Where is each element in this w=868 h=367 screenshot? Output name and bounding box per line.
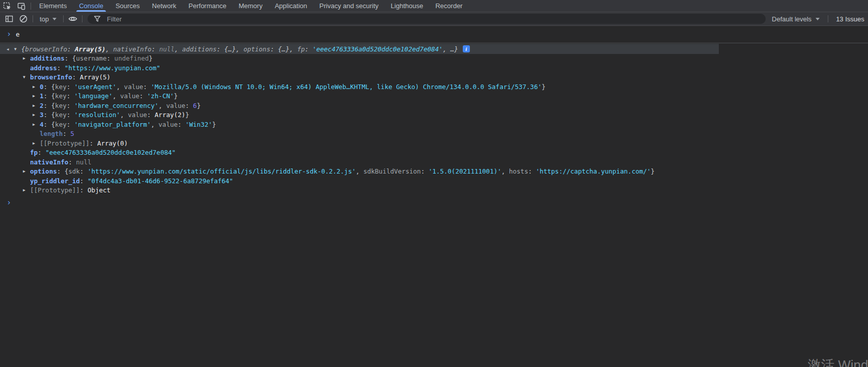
- tab-console[interactable]: Console: [73, 0, 109, 12]
- preview-key: value: [120, 92, 139, 100]
- property-name: options: [30, 167, 57, 175]
- create-live-expression-button[interactable]: [66, 14, 80, 24]
- preview-key: additions: [182, 45, 217, 53]
- string-value: 'userAgent': [74, 83, 117, 91]
- punctuation: }: [149, 54, 153, 62]
- punctuation: : {: [44, 83, 55, 91]
- punctuation: :: [143, 83, 151, 91]
- punctuation: :: [68, 158, 76, 166]
- toggle-device-toolbar-button[interactable]: [14, 0, 29, 12]
- console-tree-row: ▶options: {sdk: 'https://www.yunpian.com…: [0, 167, 868, 177]
- devtools-tab-bar: ElementsConsoleSourcesNetworkPerformance…: [0, 0, 868, 12]
- preview-key: key: [55, 83, 67, 91]
- punctuation: }: [542, 83, 546, 91]
- console-tree-row: ▶[[Prototype]]: Array(0): [0, 139, 868, 149]
- preview-key: key: [55, 102, 67, 109]
- punctuation: :: [65, 54, 72, 62]
- disclosure-triangle-icon[interactable]: ▶: [33, 110, 40, 120]
- console-tree-row: ▶2: {key: 'hardware_concurrency', value:…: [0, 101, 868, 111]
- punctuation: {…}: [278, 45, 290, 53]
- show-console-sidebar-button[interactable]: [2, 14, 16, 24]
- tab-sources[interactable]: Sources: [109, 0, 146, 12]
- preview-key: browserInfo: [25, 45, 67, 53]
- punctuation: :: [528, 167, 536, 175]
- filter-funnel-icon: [93, 15, 101, 23]
- object-reference: Array(0): [97, 139, 128, 147]
- disclosure-triangle-icon[interactable]: ▼: [14, 47, 21, 51]
- disclosure-triangle-icon[interactable]: ▶: [33, 82, 40, 92]
- tab-memory[interactable]: Memory: [233, 0, 269, 12]
- disclosure-triangle-icon[interactable]: ▶: [33, 92, 40, 101]
- tab-elements[interactable]: Elements: [33, 0, 73, 12]
- punctuation: :: [67, 45, 75, 53]
- device-toolbar-icon: [16, 1, 26, 11]
- divider: [63, 15, 64, 22]
- null-or-undefined-value: null: [76, 158, 91, 166]
- javascript-context-selector[interactable]: top: [35, 15, 61, 23]
- punctuation: ,: [120, 111, 128, 119]
- punctuation: :: [178, 121, 185, 128]
- number-value: 5: [70, 130, 74, 137]
- filter-input[interactable]: [106, 15, 760, 23]
- disclosure-triangle-icon[interactable]: ▶: [23, 186, 30, 195]
- info-icon[interactable]: i: [463, 45, 470, 52]
- property-name: 0: [40, 83, 44, 91]
- preview-key: hosts: [509, 167, 528, 175]
- punctuation: :: [305, 45, 313, 53]
- disclosure-triangle-icon[interactable]: ▶: [23, 167, 30, 177]
- property-name: browserInfo: [30, 73, 72, 81]
- property-name: nativeInfo: [30, 158, 68, 166]
- punctuation: ,: [236, 45, 243, 53]
- disclosure-triangle-icon[interactable]: ▶: [33, 101, 40, 111]
- log-levels-dropdown[interactable]: Default levels: [766, 15, 826, 23]
- preview-key: value: [158, 121, 178, 128]
- punctuation: : {: [57, 167, 69, 175]
- chevron-down-icon: [52, 18, 57, 20]
- issues-counter[interactable]: 13 Issues: [830, 15, 864, 23]
- tab-performance[interactable]: Performance: [182, 0, 232, 12]
- console-messages-area: › e ◂ ▼ {browserInfo: Array(5), nativeIn…: [0, 26, 868, 208]
- sidebar-panel-icon: [4, 14, 14, 24]
- object-reference: Array(5): [75, 45, 105, 53]
- tab-privacy-and-security[interactable]: Privacy and security: [313, 0, 384, 12]
- punctuation: :: [63, 130, 70, 137]
- disclosure-triangle-icon[interactable]: ▶: [33, 120, 40, 130]
- punctuation: ,: [151, 121, 158, 128]
- tab-recorder[interactable]: Recorder: [429, 0, 468, 12]
- preview-key: options: [243, 45, 270, 53]
- string-value: 'Win32': [185, 121, 212, 128]
- string-value: 'https://www.yunpian.com/static/official…: [88, 167, 356, 175]
- disclosure-triangle-icon[interactable]: ▶: [33, 139, 40, 149]
- console-result-row[interactable]: ◂ ▼ {browserInfo: Array(5), nativeInfo: …: [0, 44, 719, 54]
- inspect-element-button[interactable]: [0, 0, 14, 12]
- punctuation: :: [67, 92, 74, 100]
- object-preview: {browserInfo: Array(5), nativeInfo: null…: [21, 45, 458, 53]
- console-prompt-chevron-icon: ›: [7, 198, 11, 207]
- punctuation: {…}: [225, 45, 236, 53]
- console-tree-row: ▶[[Prototype]]: Object: [0, 186, 868, 195]
- punctuation: :: [139, 92, 147, 100]
- tab-network[interactable]: Network: [146, 0, 183, 12]
- preview-key: value: [166, 102, 185, 109]
- eye-icon: [67, 14, 78, 24]
- preview-key: sdkBuildVersion: [363, 167, 421, 175]
- punctuation: ,: [158, 102, 166, 109]
- disclosure-triangle-icon[interactable]: ▶: [23, 54, 30, 64]
- punctuation: }: [185, 111, 189, 119]
- punctuation: :: [185, 102, 193, 109]
- punctuation: ,: [356, 167, 363, 175]
- disclosure-triangle-icon[interactable]: ▼: [23, 73, 30, 82]
- console-tree-row: yp_riddler_id: "0f4dc4a3-db01-46d6-9522-…: [0, 177, 868, 186]
- preview-key: nativeInfo: [113, 45, 151, 53]
- console-filter-box[interactable]: [88, 14, 766, 24]
- console-prompt-row[interactable]: ›: [0, 199, 868, 208]
- string-value: 'language': [74, 92, 113, 100]
- clear-console-button[interactable]: [16, 14, 31, 24]
- divider: [828, 15, 828, 22]
- tab-application[interactable]: Application: [269, 0, 314, 12]
- tab-lighthouse[interactable]: Lighthouse: [385, 0, 430, 12]
- console-tree-row: nativeInfo: null: [0, 158, 868, 167]
- object-reference: Array(5): [80, 73, 110, 81]
- preview-key: sdk: [68, 167, 80, 175]
- string-value: 'navigator_platform': [74, 121, 151, 128]
